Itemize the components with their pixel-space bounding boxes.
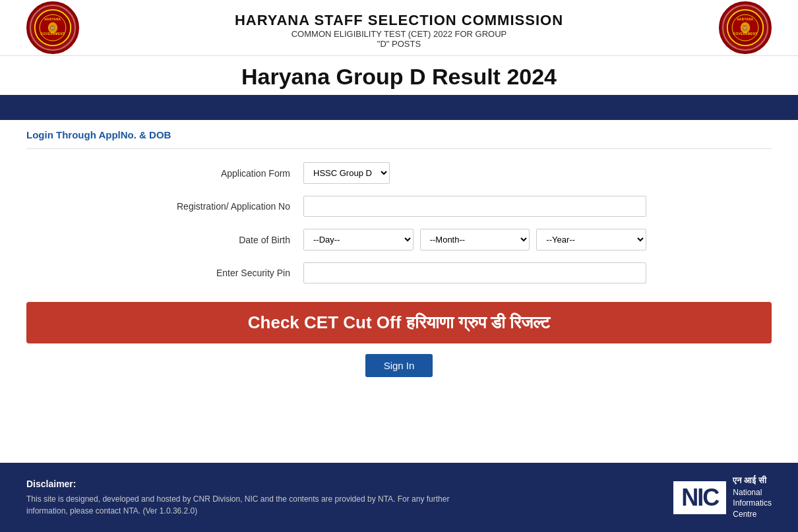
dob-row: Date of Birth --Day-- --Month-- --Year-- (152, 229, 646, 251)
dob-month-select[interactable]: --Month-- (420, 229, 530, 251)
nic-hindi: एन आई सी (733, 475, 772, 487)
registration-control (303, 196, 646, 217)
content-area: Login Through ApplNo. & DOB Application … (0, 120, 798, 463)
nic-logo: NIC एन आई सी National Informatics Centre (673, 475, 772, 520)
left-emblem-container: HARYANA GOVERNMENT 🦁 (26, 1, 79, 54)
application-form-label: Application Form (152, 168, 303, 179)
right-emblem-container: HARYANA GOVERNMENT 🦁 (719, 1, 772, 54)
security-pin-row: Enter Security Pin (152, 262, 646, 283)
security-pin-control (303, 262, 646, 283)
svg-text:HARYANA: HARYANA (737, 18, 753, 21)
header-text: HARYANA STAFF SELECTION COMMISSION COMMO… (235, 12, 563, 49)
main-title-section: Haryana Group D Result 2024 (0, 56, 798, 95)
nic-text: एन आई सी National Informatics Centre (733, 475, 772, 520)
disclaimer-text: Disclaimer: This site is designed, devel… (26, 479, 455, 517)
page-wrapper: HARYANA GOVERNMENT 🦁 HARYANA STAFF SELEC… (0, 0, 798, 532)
dob-day-select[interactable]: --Day-- (303, 229, 414, 251)
security-pin-input[interactable] (303, 262, 646, 283)
disclaimer-title: Disclaimer: (26, 479, 455, 489)
disclaimer-body: This site is designed, developed and hos… (26, 493, 455, 517)
svg-text:🦁: 🦁 (742, 25, 749, 31)
svg-text:HARYANA: HARYANA (44, 18, 61, 21)
right-emblem-inner: HARYANA GOVERNMENT 🦁 (722, 5, 768, 51)
dob-group: --Day-- --Month-- --Year-- (303, 229, 646, 251)
signin-button[interactable]: Sign In (365, 354, 433, 377)
form-container: Application Form HSSC Group D Registrati… (152, 162, 646, 295)
main-title: Haryana Group D Result 2024 (0, 64, 798, 90)
subtitle1: COMMON ELIGIBILITY TEST (CET) 2022 FOR G… (235, 29, 563, 39)
disclaimer-footer: Disclaimer: This site is designed, devel… (0, 463, 798, 532)
registration-row: Registration/ Application No (152, 196, 646, 217)
navy-bar (0, 95, 798, 120)
nic-line3: Centre (733, 509, 772, 520)
security-pin-label: Enter Security Pin (152, 268, 303, 278)
dob-control: --Day-- --Month-- --Year-- (303, 229, 646, 251)
registration-label: Registration/ Application No (152, 201, 303, 212)
application-form-control: HSSC Group D (303, 162, 646, 184)
login-section-title: Login Through ApplNo. & DOB (26, 120, 772, 149)
registration-input[interactable] (303, 196, 646, 217)
application-form-row: Application Form HSSC Group D (152, 162, 646, 184)
left-emblem: HARYANA GOVERNMENT 🦁 (26, 1, 79, 54)
banner: Check CET Cut Off हरियाणा ग्रुप डी रिजल्… (26, 302, 772, 343)
subtitle2: "D" POSTS (235, 39, 563, 49)
left-emblem-inner: HARYANA GOVERNMENT 🦁 (30, 5, 76, 51)
header: HARYANA GOVERNMENT 🦁 HARYANA STAFF SELEC… (0, 0, 798, 56)
application-form-select[interactable]: HSSC Group D (303, 162, 390, 184)
dob-label: Date of Birth (152, 235, 303, 245)
signin-row: Sign In (26, 354, 772, 377)
org-name: HARYANA STAFF SELECTION COMMISSION (235, 12, 563, 29)
dob-year-select[interactable]: --Year-- (536, 229, 646, 251)
nic-line1: National (733, 487, 772, 498)
nic-line2: Informatics (733, 498, 772, 509)
svg-text:🦁: 🦁 (49, 25, 56, 31)
right-emblem: HARYANA GOVERNMENT 🦁 (719, 1, 772, 54)
nic-logo-box: NIC (673, 481, 726, 514)
